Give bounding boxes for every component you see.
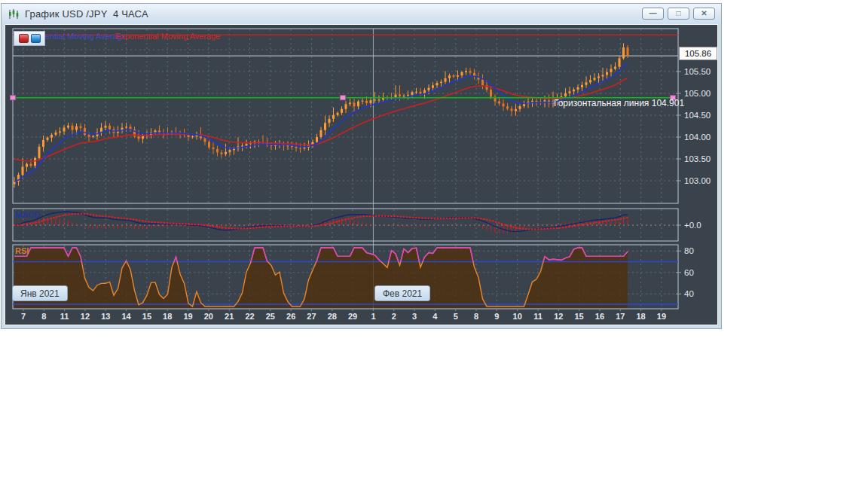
ema-lines: [14, 64, 628, 182]
svg-text:40: 40: [684, 289, 694, 298]
svg-text:26: 26: [286, 312, 295, 321]
ema-fast-legend-label: ential Moving Average: [45, 32, 127, 41]
svg-text:3: 3: [412, 312, 417, 321]
ema-slow-legend-label: Exponential Moving Average: [115, 32, 220, 41]
svg-text:14: 14: [121, 312, 131, 321]
svg-text:21: 21: [225, 312, 234, 321]
horizontal-line-label: Горизонтальная линия 104.901: [554, 98, 684, 108]
svg-text:12: 12: [81, 312, 90, 321]
svg-text:4: 4: [432, 312, 438, 321]
month-label-feb: Фев 2021: [374, 285, 430, 301]
svg-text:103.50: 103.50: [684, 154, 711, 163]
restore-button[interactable]: □: [668, 8, 689, 20]
desktop: График USD /JPY 4 ЧАСА — □ ✕ 105.50105.0…: [0, 0, 868, 488]
line-handle: [341, 96, 346, 100]
svg-text:8: 8: [474, 312, 478, 321]
svg-text:104.50: 104.50: [684, 111, 711, 120]
window-titlebar[interactable]: График USD /JPY 4 ЧАСА — □ ✕: [2, 4, 721, 24]
panel-border: [13, 29, 678, 203]
svg-text:29: 29: [348, 312, 357, 321]
x-axis-labels: 7811121314151819202122252627282912345891…: [21, 309, 666, 321]
candlestick-chart-icon: [8, 8, 20, 20]
svg-text:13: 13: [101, 312, 110, 321]
macd-signal-line: [14, 214, 628, 230]
svg-text:11: 11: [60, 312, 69, 321]
svg-text:10: 10: [513, 312, 522, 321]
svg-text:104.00: 104.00: [684, 133, 711, 142]
svg-text:103.00: 103.00: [684, 176, 711, 185]
ema-fast-line: [14, 64, 628, 182]
svg-text:25: 25: [266, 312, 275, 321]
chart-canvas[interactable]: 105.50105.00104.50104.00103.50103.00+0.0…: [0, 0, 723, 329]
minimize-button[interactable]: —: [642, 8, 664, 20]
svg-text:18: 18: [163, 312, 172, 321]
svg-text:8: 8: [41, 312, 46, 321]
svg-text:105.00: 105.00: [684, 89, 711, 98]
svg-text:1: 1: [371, 312, 375, 321]
macd-layer: [14, 212, 628, 233]
macd-panel-label: MACD: [15, 210, 40, 219]
current-price-badge: 105.86: [679, 47, 717, 60]
svg-text:60: 60: [684, 268, 694, 277]
indicator-legend-box[interactable]: [14, 31, 45, 46]
svg-text:+0.0: +0.0: [684, 221, 701, 230]
svg-text:5: 5: [454, 312, 458, 321]
svg-text:18: 18: [636, 312, 645, 321]
ema-slow-line: [14, 78, 628, 162]
svg-text:2: 2: [392, 312, 396, 321]
svg-text:11: 11: [533, 312, 542, 321]
svg-text:105.50: 105.50: [684, 67, 711, 76]
line-handle: [11, 96, 16, 100]
window-title: График USD /JPY 4 ЧАСА: [25, 8, 148, 20]
month-label-jan: Янв 2021: [12, 285, 68, 301]
svg-text:15: 15: [142, 312, 151, 321]
svg-text:22: 22: [245, 312, 254, 321]
svg-text:17: 17: [616, 312, 625, 321]
svg-text:27: 27: [307, 312, 316, 321]
rsi-fill: [14, 248, 628, 308]
rsi-panel-label: RSI: [15, 246, 29, 255]
svg-text:12: 12: [554, 312, 563, 321]
svg-text:16: 16: [595, 312, 604, 321]
svg-text:19: 19: [183, 312, 192, 321]
ema-red-swatch-icon: [19, 34, 29, 43]
close-button[interactable]: ✕: [693, 8, 715, 20]
svg-text:80: 80: [684, 246, 694, 255]
svg-text:9: 9: [494, 312, 499, 321]
ema-blue-swatch-icon: [31, 34, 41, 43]
svg-text:7: 7: [21, 312, 26, 321]
svg-text:15: 15: [575, 312, 584, 321]
svg-text:19: 19: [657, 312, 666, 321]
svg-text:20: 20: [204, 312, 213, 321]
svg-text:28: 28: [328, 312, 337, 321]
